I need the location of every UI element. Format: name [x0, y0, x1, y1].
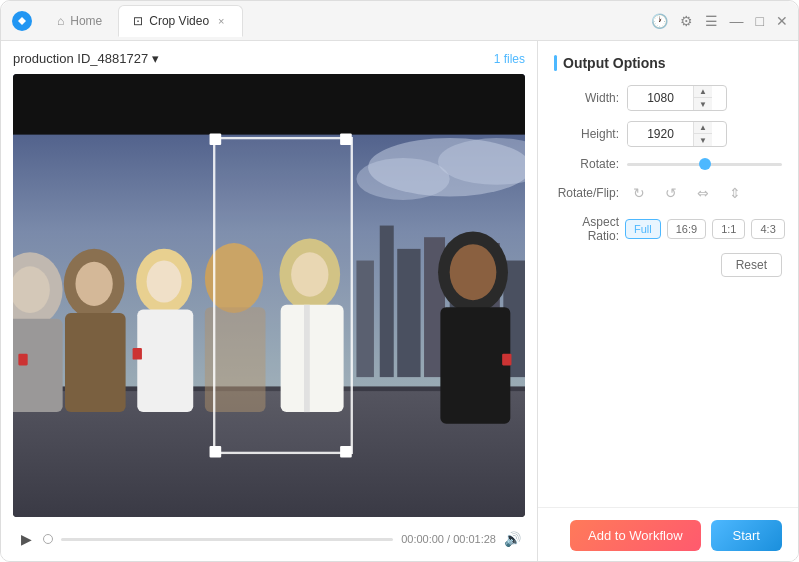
rotate-flip-row: Rotate/Flip: ↻ ↺ ⇔ ⇕: [554, 181, 782, 205]
file-selector[interactable]: production ID_4881727 ▾: [13, 51, 159, 66]
title-bar: ⌂ Home ⊡ Crop Video × 🕐 ⚙ ☰ — □ ✕: [1, 1, 798, 41]
aspect-16-9-button[interactable]: 16:9: [667, 219, 706, 239]
height-increment-button[interactable]: ▲: [694, 122, 712, 134]
close-window-icon[interactable]: ✕: [776, 13, 788, 29]
home-tab-label: Home: [70, 14, 102, 28]
output-options-title: Output Options: [554, 55, 782, 71]
progress-dot: [43, 534, 53, 544]
reset-row: Reset: [554, 253, 782, 277]
rotate-slider[interactable]: [627, 163, 782, 166]
rotate-flip-icons: ↻ ↺ ⇔ ⇕: [627, 181, 747, 205]
bottom-action-bar: Add to Workflow Start: [538, 507, 798, 562]
aspect-1-1-button[interactable]: 1:1: [712, 219, 745, 239]
file-name: production ID_4881727: [13, 51, 148, 66]
svg-rect-41: [212, 136, 219, 143]
svg-rect-34: [502, 354, 511, 366]
add-to-workflow-button[interactable]: Add to Workflow: [570, 520, 700, 551]
rotate-row: Rotate:: [554, 157, 782, 171]
rotate-ccw-icon[interactable]: ↺: [659, 181, 683, 205]
video-controls: ▶ 00:00:00 / 00:01:28 🔊: [13, 517, 525, 553]
title-bar-left: [11, 10, 33, 32]
tab-crop-video[interactable]: ⊡ Crop Video ×: [118, 5, 242, 37]
title-accent-bar: [554, 55, 557, 71]
file-header: production ID_4881727 ▾ 1 files: [13, 51, 525, 66]
flip-h-icon[interactable]: ⇔: [691, 181, 715, 205]
options-grid: Width: ▲ ▼ Height: ▲ ▼: [554, 85, 782, 277]
svg-rect-21: [137, 309, 193, 412]
svg-point-31: [450, 244, 497, 300]
home-icon: ⌂: [57, 14, 64, 28]
time-separator: /: [447, 533, 450, 545]
svg-rect-18: [65, 313, 126, 412]
volume-icon[interactable]: 🔊: [504, 531, 521, 547]
current-time: 00:00:00: [401, 533, 444, 545]
video-preview: [13, 74, 525, 517]
minimize-icon[interactable]: —: [730, 13, 744, 29]
width-decrement-button[interactable]: ▼: [694, 98, 712, 110]
right-panel: Output Options Width: ▲ ▼ Height:: [538, 41, 798, 562]
aspect-full-button[interactable]: Full: [625, 219, 661, 239]
svg-rect-33: [133, 348, 142, 360]
height-label: Height:: [554, 127, 619, 141]
crop-video-tab-label: Crop Video: [149, 14, 209, 28]
crop-video-icon: ⊡: [133, 14, 143, 28]
svg-rect-6: [380, 226, 394, 378]
width-row: Width: ▲ ▼: [554, 85, 782, 111]
aspect-4-3-button[interactable]: 4:3: [751, 219, 784, 239]
maximize-icon[interactable]: □: [756, 13, 764, 29]
svg-rect-30: [440, 307, 510, 424]
video-scene: [13, 74, 525, 517]
title-bar-controls: 🕐 ⚙ ☰ — □ ✕: [651, 13, 788, 29]
svg-rect-39: [210, 446, 222, 458]
svg-point-19: [75, 262, 112, 306]
width-increment-button[interactable]: ▲: [694, 86, 712, 98]
rotate-cw-icon[interactable]: ↻: [627, 181, 651, 205]
history-icon[interactable]: 🕐: [651, 13, 668, 29]
rotate-label: Rotate:: [554, 157, 619, 171]
reset-button[interactable]: Reset: [721, 253, 782, 277]
settings-icon[interactable]: ⚙: [680, 13, 693, 29]
svg-rect-32: [18, 354, 27, 366]
file-selector-chevron: ▾: [152, 51, 159, 66]
svg-rect-15: [13, 319, 63, 412]
flip-v-icon[interactable]: ⇕: [723, 181, 747, 205]
svg-rect-7: [397, 249, 420, 377]
svg-point-22: [147, 261, 182, 303]
output-title-label: Output Options: [563, 55, 666, 71]
aspect-ratio-row: Aspect Ratio: Full 16:9 1:1 4:3: [554, 215, 782, 243]
aspect-ratio-label: Aspect Ratio:: [554, 215, 619, 243]
height-input[interactable]: [628, 123, 693, 145]
rotate-flip-label: Rotate/Flip:: [554, 186, 619, 200]
svg-rect-36: [214, 138, 352, 453]
height-decrement-button[interactable]: ▼: [694, 134, 712, 146]
svg-rect-5: [356, 261, 373, 378]
time-display: 00:00:00 / 00:01:28: [401, 533, 496, 545]
app-logo-icon: [11, 10, 33, 32]
tab-close-button[interactable]: ×: [215, 14, 227, 28]
file-count: 1 files: [494, 52, 525, 66]
height-spin-buttons: ▲ ▼: [693, 122, 712, 146]
total-time: 00:01:28: [453, 533, 496, 545]
height-input-group: ▲ ▼: [627, 121, 727, 147]
height-row: Height: ▲ ▼: [554, 121, 782, 147]
menu-icon[interactable]: ☰: [705, 13, 718, 29]
tab-area: ⌂ Home ⊡ Crop Video ×: [43, 5, 651, 37]
svg-point-4: [356, 158, 449, 200]
progress-bar[interactable]: [61, 538, 393, 541]
start-button[interactable]: Start: [711, 520, 782, 551]
width-label: Width:: [554, 91, 619, 105]
width-spin-buttons: ▲ ▼: [693, 86, 712, 110]
width-input[interactable]: [628, 87, 693, 109]
left-panel: production ID_4881727 ▾ 1 files: [1, 41, 538, 562]
tab-home[interactable]: ⌂ Home: [43, 5, 116, 37]
width-input-group: ▲ ▼: [627, 85, 727, 111]
play-button[interactable]: ▶: [17, 530, 35, 548]
main-layout: production ID_4881727 ▾ 1 files: [1, 41, 798, 562]
svg-rect-35: [13, 74, 525, 135]
svg-rect-40: [340, 446, 352, 458]
svg-rect-42: [342, 136, 349, 143]
